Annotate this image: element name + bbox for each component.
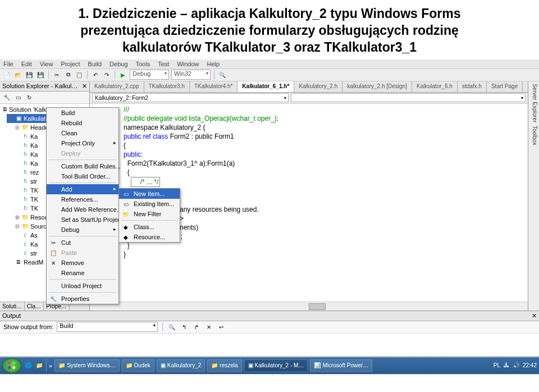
server-explorer-tab[interactable]: Server Explorer <box>529 84 538 122</box>
menu-tools[interactable]: Tools <box>136 61 150 67</box>
refresh-icon[interactable]: ↻ <box>25 93 34 102</box>
redo-icon[interactable]: ↷ <box>102 70 111 79</box>
menu-project[interactable]: Project <box>61 61 80 67</box>
tab-solution[interactable]: Soluti… <box>0 302 25 311</box>
tab-class[interactable]: Cla… <box>25 302 44 311</box>
taskbar-item[interactable]: 📁 System Windows… <box>54 359 120 372</box>
ctx-add[interactable]: Add <box>47 184 118 194</box>
properties-icon[interactable]: 🔧 <box>2 93 11 102</box>
quicklaunch-ie-icon[interactable]: 🌐 <box>24 361 33 370</box>
output-panel: Output ✕ Show output from: Build 🔍 ↰ ↱ ✕… <box>0 311 539 356</box>
start-button[interactable] <box>2 358 21 373</box>
sub-existing-item-[interactable]: ▭Existing Item... <box>119 199 180 209</box>
menu-file[interactable]: File <box>3 61 13 67</box>
system-tray[interactable]: PL 🖧 🔊 22:42 <box>494 362 537 368</box>
output-source-combo[interactable]: Build <box>57 322 158 332</box>
editor-tab[interactable]: Kalkulator_6_1.h* <box>237 81 294 92</box>
platform-combo[interactable]: Win32 <box>171 70 211 80</box>
editor-tab[interactable]: kalkulatory_2.h [Design] <box>342 81 412 92</box>
tray-network-icon[interactable]: 🖧 <box>504 362 509 368</box>
ctx-properties[interactable]: 🔧Properties <box>47 294 118 304</box>
show-all-icon[interactable]: ▭ <box>13 93 22 102</box>
menu-build[interactable]: Build <box>88 61 102 67</box>
menu-test[interactable]: Test <box>158 61 169 67</box>
ctx-custom-build-rules-[interactable]: Custom Build Rules... <box>47 161 118 171</box>
copy-icon[interactable]: ⧉ <box>63 70 72 79</box>
output-close-icon[interactable]: ✕ <box>532 312 537 320</box>
ctx-rename[interactable]: Rename <box>47 268 118 278</box>
sub-new-filter[interactable]: 📁New Filter <box>119 209 180 219</box>
main-toolbar: 📄 📂 💾 💾 ✂ ⧉ 📋 ↶ ↷ ▶ Debug Win32 🔍 <box>0 69 539 81</box>
output-find-icon[interactable]: 🔍 <box>167 322 176 331</box>
new-project-icon[interactable]: 📄 <box>2 70 11 79</box>
save-icon[interactable]: 💾 <box>25 70 34 79</box>
paste-icon[interactable]: 📋 <box>75 70 84 79</box>
ctx-references-[interactable]: References... <box>47 194 118 204</box>
tray-lang[interactable]: PL <box>494 362 500 368</box>
editor-tab[interactable]: stdafx.h <box>458 81 487 92</box>
menu-view[interactable]: View <box>40 61 53 67</box>
project-context-menu[interactable]: BuildRebuildCleanProject OnlyDeployCusto… <box>46 107 119 304</box>
sub-new-item-[interactable]: ▭New Item... <box>119 189 180 199</box>
tray-volume-icon[interactable]: 🔊 <box>513 362 519 368</box>
toolbox-tab[interactable]: Toolbox <box>529 126 538 145</box>
member-combo[interactable] <box>291 93 526 102</box>
editor-tab[interactable]: Start Page <box>487 81 523 92</box>
editor-tab[interactable]: TKalkulator3.h <box>144 81 190 92</box>
open-icon[interactable]: 📂 <box>13 70 22 79</box>
config-combo[interactable]: Debug <box>130 70 169 80</box>
ctx-build[interactable]: Build <box>47 108 118 118</box>
undo-icon[interactable]: ↶ <box>91 70 100 79</box>
menu-edit[interactable]: Edit <box>21 61 32 67</box>
panel-close-icon[interactable]: ✕ <box>82 83 87 90</box>
save-all-icon[interactable]: 💾 <box>36 70 45 79</box>
ctx-deploy[interactable]: Deploy <box>47 148 118 158</box>
ctx-paste[interactable]: 📋Paste <box>47 248 118 258</box>
menu-window[interactable]: Window <box>177 61 199 67</box>
taskbar-item[interactable]: ▣ Kalkulatory_2 <box>157 359 205 372</box>
output-text[interactable] <box>0 334 539 356</box>
find-icon[interactable]: 🔍 <box>218 70 227 79</box>
cut-icon[interactable]: ✂ <box>52 70 61 79</box>
solution-explorer-title: Solution Explorer - Kalkul… <box>2 83 78 89</box>
svg-point-1 <box>12 361 15 364</box>
scope-combo[interactable]: Kalkulatory_2::Form2 <box>92 93 289 102</box>
taskbar-item[interactable]: ▣ Kalkulatory_2 - M… <box>244 359 308 372</box>
taskbar-item[interactable]: 📁 reszela <box>207 359 241 372</box>
sub-resource-[interactable]: ◆Resource... <box>119 232 180 242</box>
output-clear-icon[interactable]: ✕ <box>204 322 213 331</box>
ctx-tool-build-order-[interactable]: Tool Build Order... <box>47 171 118 181</box>
ctx-set-as-startup-project[interactable]: Set as StartUp Project <box>47 215 118 225</box>
ctx-rebuild[interactable]: Rebuild <box>47 118 118 128</box>
editor-tab[interactable]: Kalkulatory_2.cpp <box>90 81 144 92</box>
editor-hscrollbar[interactable] <box>90 302 528 311</box>
ctx-unload-project[interactable]: Unload Project <box>47 281 118 291</box>
quicklaunch-explorer-icon[interactable]: 📁 <box>35 361 44 370</box>
ctx-clean[interactable]: Clean <box>47 128 118 138</box>
ctx-remove[interactable]: ✕Remove <box>47 258 118 268</box>
editor-tab[interactable]: TKalkulator4.h* <box>190 81 237 92</box>
tray-clock[interactable]: 22:42 <box>523 362 537 368</box>
output-next-icon[interactable]: ↱ <box>192 322 201 331</box>
add-submenu[interactable]: ▭New Item...▭Existing Item...📁New Filter… <box>118 188 180 243</box>
output-wrap-icon[interactable]: ↩ <box>217 322 226 331</box>
ctx-project-only[interactable]: Project Only <box>47 138 118 148</box>
editor-tab[interactable]: Kalkulatory_2.h <box>294 81 342 92</box>
taskbar-item[interactable]: 📁 Dudek <box>122 359 154 372</box>
menu-debug[interactable]: Debug <box>109 61 127 67</box>
ctx-debug[interactable]: Debug <box>47 225 118 235</box>
menu-help[interactable]: Help <box>207 61 220 67</box>
taskbar-item[interactable]: 📊 Microsoft Power… <box>310 359 372 372</box>
svg-point-0 <box>8 361 11 364</box>
output-prev-icon[interactable]: ↰ <box>180 322 189 331</box>
svg-point-3 <box>12 366 15 369</box>
taskbar-chevron[interactable]: » <box>49 362 52 369</box>
run-icon[interactable]: ▶ <box>118 70 127 79</box>
right-sidebar: Server Explorer Toolbox <box>528 81 539 311</box>
slide-title: 1. Dziedziczenie – aplikacja Kalkultory_… <box>0 0 539 60</box>
editor-tab[interactable]: Kalkulator_6.h <box>412 81 458 92</box>
ctx-add-web-reference-[interactable]: Add Web Reference... <box>47 204 118 215</box>
ctx-cut[interactable]: ✂Cut <box>47 238 118 248</box>
editor-tab-bar: Kalkulatory_2.cppTKalkulator3.hTKalkulat… <box>90 81 528 93</box>
sub-class-[interactable]: ◆Class... <box>119 222 180 232</box>
